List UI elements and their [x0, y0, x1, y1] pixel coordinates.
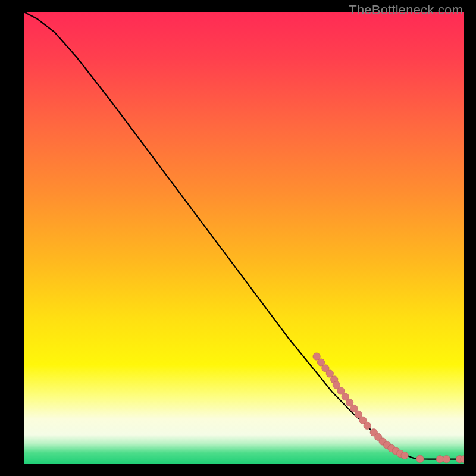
chart-frame: TheBottleneck.com	[0, 0, 476, 476]
gradient-background	[24, 12, 464, 464]
data-marker	[364, 422, 371, 429]
data-marker	[443, 455, 450, 462]
data-marker	[436, 455, 443, 462]
plot-area	[24, 12, 464, 464]
data-marker	[416, 455, 424, 462]
watermark-label: TheBottleneck.com	[349, 2, 463, 18]
data-marker	[401, 452, 408, 459]
chart-svg	[24, 12, 464, 464]
